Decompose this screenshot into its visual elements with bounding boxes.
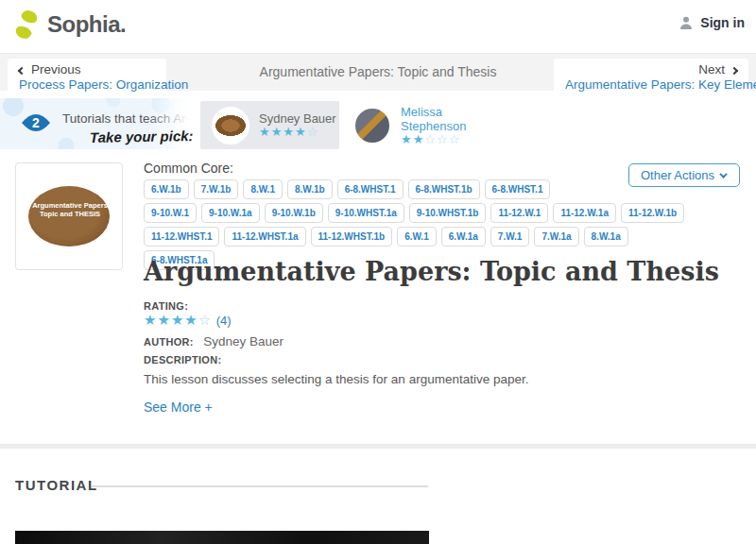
author-name: Sydney Bauer — [203, 334, 284, 348]
section-divider — [0, 444, 756, 449]
author-card-name: Sydney Bauer — [259, 111, 336, 126]
common-core-tag-row: 11-12.WHST.111-12.WHST.1a11-12.WHST.1b6.… — [144, 227, 684, 246]
star-filled-icon: ★ — [157, 312, 170, 328]
common-core-tag[interactable]: 6-8.WHST.1 — [337, 179, 404, 199]
tutorial-picker-banner: 2 Tutorials that teach Argumentat Take y… — [0, 98, 756, 149]
other-actions-button[interactable]: Other Actions — [628, 163, 740, 187]
page-title: Argumentative Papers: Topic and Thesis — [144, 257, 719, 286]
star-empty-icon: ☆ — [198, 312, 212, 328]
author-block: AUTHOR: Sydney Bauer — [144, 332, 284, 349]
author-card-rating: ★★★★☆ — [259, 126, 336, 139]
common-core-tag[interactable]: 11-12.W.1a — [553, 203, 616, 223]
common-core-tag[interactable]: 9-10.WHST.1a — [328, 203, 404, 223]
picker-tagline: Take your pick: — [89, 128, 193, 145]
tutorial-thumbnail: Argumentative Papers Topic and THESIS — [15, 162, 123, 270]
rating-stars: ★★★★☆ — [144, 312, 212, 328]
star-filled-icon: ★ — [184, 312, 198, 328]
description-label: DESCRIPTION: — [144, 352, 673, 368]
star-filled-icon: ★ — [283, 125, 295, 139]
previous-label: Previous — [31, 62, 81, 76]
common-core-tag[interactable]: 6.W.1 — [397, 227, 437, 246]
common-core-tag-row: 9-10.W.19-10.W.1a9-10.W.1b9-10.WHST.1a9-… — [144, 203, 684, 223]
star-empty-icon: ☆ — [424, 132, 437, 146]
common-core-tag[interactable]: 7.W.1a — [534, 227, 578, 246]
sophia-logo-icon — [13, 9, 40, 40]
star-filled-icon: ★ — [144, 312, 157, 328]
video-player[interactable] — [15, 531, 429, 544]
avatar-melissa-stephenson — [353, 107, 391, 144]
star-filled-icon: ★ — [259, 125, 271, 139]
common-core-tag[interactable]: 11-12.W.1 — [490, 203, 548, 223]
star-filled-icon: ★ — [401, 132, 413, 146]
sophia-logo[interactable]: Sophia. — [13, 9, 126, 40]
chevron-right-icon — [730, 67, 738, 75]
svg-text:2: 2 — [32, 115, 40, 130]
common-core-tag[interactable]: 8.W.1 — [243, 179, 283, 199]
common-core-tag[interactable]: 11-12.W.1b — [621, 203, 684, 223]
page: Sophia. Sign in Previous Process Papers:… — [0, 0, 756, 544]
tutorial-heading-rule — [92, 485, 428, 487]
tutorial-count-badge: 2 — [21, 110, 51, 135]
common-core-tag[interactable]: 6-8.WHST.1b — [408, 179, 480, 199]
tutorial-summary-section: Argumentative Papers Topic and THESIS Co… — [0, 149, 756, 444]
brand-name: Sophia. — [47, 11, 126, 38]
common-core-tag[interactable]: 9-10.W.1a — [201, 203, 260, 223]
sign-in-label: Sign in — [700, 15, 745, 30]
sign-in-button[interactable]: Sign in — [679, 15, 745, 30]
common-core-tag[interactable]: 11-12.WHST.1b — [311, 227, 393, 246]
common-core-tag[interactable]: 9-10.W.1b — [265, 203, 323, 223]
user-icon — [679, 15, 694, 30]
common-core-tag[interactable]: 11-12.WHST.1 — [144, 227, 219, 246]
author-card-rating: ★★☆☆☆ — [401, 133, 500, 146]
common-core-label: Common Core: — [144, 161, 233, 176]
previous-tutorial-link[interactable]: Process Papers: Organization — [19, 77, 155, 93]
next-tutorial-button[interactable]: Next Argumentative Papers: Key Elements — [554, 59, 748, 97]
rating-label: RATING: — [144, 300, 232, 312]
description-block: DESCRIPTION: This lesson discusses selec… — [144, 352, 673, 387]
tutorial-section-heading: TUTORIAL — [15, 477, 98, 493]
avatar-sydney-bauer — [212, 107, 249, 144]
picker-promo: 2 Tutorials that teach Argumentat Take y… — [0, 98, 198, 149]
other-actions-label: Other Actions — [641, 168, 714, 182]
tutorial-nav-bar: Previous Process Papers: Organization Ar… — [0, 53, 756, 91]
star-filled-icon: ★ — [295, 125, 307, 139]
author-label: AUTHOR: — [144, 336, 194, 348]
common-core-tag[interactable]: 6-8.WHST.1 — [485, 179, 551, 199]
previous-tutorial-button[interactable]: Previous Process Papers: Organization — [8, 59, 166, 97]
common-core-tag[interactable]: 7.W.1b — [194, 179, 239, 199]
top-header: Sophia. Sign in — [0, 0, 756, 53]
common-core-tag[interactable]: 6.W.1b — [144, 179, 189, 199]
next-tutorial-link[interactable]: Argumentative Papers: Key Elements — [565, 77, 737, 93]
author-card-sydney-bauer[interactable]: Sydney Bauer ★★★★☆ — [200, 101, 339, 149]
star-filled-icon: ★ — [413, 132, 425, 146]
star-filled-icon: ★ — [171, 312, 184, 328]
current-tutorial-title: Argumentative Papers: Topic and Thesis — [260, 64, 497, 79]
common-core-tag[interactable]: 6.W.1a — [441, 227, 486, 246]
common-core-tag[interactable]: 8.W.1b — [287, 179, 333, 199]
description-text: This lesson discusses selecting a thesis… — [144, 371, 673, 387]
thumbnail-caption: Argumentative Papers Topic and THESIS — [16, 201, 124, 218]
common-core-tag[interactable]: 7.W.1 — [490, 227, 530, 246]
star-filled-icon: ★ — [271, 125, 284, 139]
common-core-tag[interactable]: 11-12.WHST.1a — [224, 227, 305, 246]
common-core-tag[interactable]: 8.W.1a — [584, 227, 628, 246]
chevron-down-icon — [719, 170, 727, 178]
author-card-name: Melissa Stephenson — [401, 105, 500, 133]
common-core-tag-row: 6.W.1b7.W.1b8.W.18.W.1b6-8.WHST.16-8.WHS… — [144, 179, 550, 199]
author-card-melissa-stephenson[interactable]: Melissa Stephenson ★★☆☆☆ — [342, 101, 750, 149]
star-empty-icon: ☆ — [307, 125, 319, 139]
rating-block: RATING: ★★★★☆ (4) — [144, 300, 232, 329]
see-more-link[interactable]: See More + — [144, 400, 213, 415]
next-label: Next — [698, 62, 725, 76]
common-core-tag[interactable]: 9-10.WHST.1b — [409, 203, 487, 223]
common-core-tag[interactable]: 9-10.W.1 — [144, 203, 197, 223]
star-empty-icon: ☆ — [437, 132, 449, 146]
rating-count-link[interactable]: (4) — [216, 314, 232, 328]
chevron-left-icon — [18, 67, 26, 75]
star-empty-icon: ☆ — [449, 132, 461, 146]
